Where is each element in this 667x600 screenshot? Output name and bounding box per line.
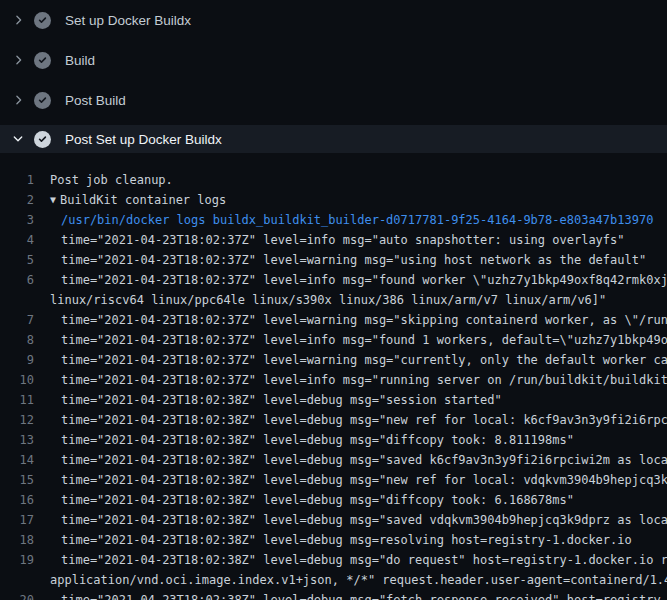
check-circle-icon [34, 92, 51, 109]
log-row: 15time="2021-04-23T18:02:38Z" level=debu… [0, 470, 667, 490]
log-text: linux/riscv64 linux/ppc64le linux/s390x … [34, 293, 606, 307]
log-text: time="2021-04-23T18:02:38Z" level=debug … [34, 413, 667, 427]
log-row: 14time="2021-04-23T18:02:38Z" level=debu… [0, 450, 667, 470]
line-number[interactable]: 5 [0, 250, 34, 270]
line-number[interactable]: 4 [0, 230, 34, 250]
log-row: 8time="2021-04-23T18:02:37Z" level=info … [0, 330, 667, 350]
step-header[interactable]: Build [0, 40, 667, 80]
log-row: 9time="2021-04-23T18:02:37Z" level=warni… [0, 350, 667, 370]
log-text: application/vnd.oci.image.index.v1+json,… [34, 573, 667, 587]
log-text: time="2021-04-23T18:02:38Z" level=debug … [34, 453, 667, 467]
log-row: 16time="2021-04-23T18:02:38Z" level=debu… [0, 490, 667, 510]
step-header[interactable]: Post Build [0, 80, 667, 120]
log-row: 18time="2021-04-23T18:02:38Z" level=debu… [0, 530, 667, 550]
log-text: time="2021-04-23T18:02:38Z" level=debug … [34, 593, 667, 600]
log-row: linux/riscv64 linux/ppc64le linux/s390x … [0, 290, 667, 310]
step-label: Set up Docker Buildx [65, 13, 191, 28]
line-number[interactable]: 10 [0, 370, 34, 390]
line-number[interactable]: 7 [0, 310, 34, 330]
chevron-right-icon[interactable] [11, 93, 25, 107]
line-number[interactable]: 3 [0, 210, 34, 230]
log-row: 17time="2021-04-23T18:02:38Z" level=debu… [0, 510, 667, 530]
log-text: time="2021-04-23T18:02:37Z" level=info m… [34, 273, 667, 287]
log-text: time="2021-04-23T18:02:37Z" level=warnin… [34, 253, 646, 267]
log-row: 20time="2021-04-23T18:02:38Z" level=debu… [0, 590, 667, 600]
line-number[interactable]: 18 [0, 530, 34, 550]
line-number[interactable]: 8 [0, 330, 34, 350]
line-number[interactable]: 17 [0, 510, 34, 530]
step-label: Post Build [65, 93, 126, 108]
log-text: Post job cleanup. [34, 173, 173, 187]
log-row: 1Post job cleanup. [0, 170, 667, 190]
log-row: 3/usr/bin/docker logs buildx_buildkit_bu… [0, 210, 667, 230]
log-output: 1Post job cleanup. 2▼BuildKit container … [0, 153, 667, 600]
line-number[interactable]: 11 [0, 390, 34, 410]
actions-log-viewer: Set up Docker Buildx Build [0, 0, 667, 600]
log-row: 4time="2021-04-23T18:02:37Z" level=info … [0, 230, 667, 250]
log-text: time="2021-04-23T18:02:37Z" level=info m… [34, 333, 667, 347]
line-number[interactable]: 2 [0, 190, 34, 210]
log-row: 7time="2021-04-23T18:02:37Z" level=warni… [0, 310, 667, 330]
log-row: 10time="2021-04-23T18:02:37Z" level=info… [0, 370, 667, 390]
log-row: 5time="2021-04-23T18:02:37Z" level=warni… [0, 250, 667, 270]
log-text: time="2021-04-23T18:02:38Z" level=debug … [34, 553, 667, 567]
log-text: time="2021-04-23T18:02:37Z" level=warnin… [34, 313, 667, 327]
check-circle-icon [34, 12, 51, 29]
steps-list: Set up Docker Buildx Build [0, 0, 667, 153]
chevron-right-icon[interactable] [11, 13, 25, 27]
log-row: 2▼BuildKit container logs [0, 190, 667, 210]
chevron-down-icon[interactable] [11, 132, 25, 146]
line-number[interactable]: 14 [0, 450, 34, 470]
step-label: Post Set up Docker Buildx [65, 132, 222, 147]
line-number[interactable]: 9 [0, 350, 34, 370]
step-header[interactable]: Set up Docker Buildx [0, 0, 667, 40]
line-number[interactable]: 13 [0, 430, 34, 450]
log-text: time="2021-04-23T18:02:38Z" level=debug … [34, 393, 502, 407]
log-text: time="2021-04-23T18:02:38Z" level=debug … [34, 513, 667, 527]
line-number[interactable]: 15 [0, 470, 34, 490]
line-number[interactable]: 19 [0, 550, 34, 570]
log-row: 19time="2021-04-23T18:02:38Z" level=debu… [0, 550, 667, 570]
log-text: /usr/bin/docker logs buildx_buildkit_bui… [34, 213, 653, 227]
line-number[interactable]: 16 [0, 490, 34, 510]
line-number[interactable]: 6 [0, 270, 34, 290]
check-circle-icon [34, 52, 51, 69]
log-row: application/vnd.oci.image.index.v1+json,… [0, 570, 667, 590]
log-text: time="2021-04-23T18:02:38Z" level=debug … [34, 493, 574, 507]
step-label: Build [65, 53, 95, 68]
chevron-right-icon[interactable] [11, 53, 25, 67]
log-text: time="2021-04-23T18:02:38Z" level=debug … [34, 433, 574, 447]
log-text: time="2021-04-23T18:02:38Z" level=debug … [34, 473, 667, 487]
log-text: time="2021-04-23T18:02:38Z" level=debug … [34, 533, 632, 547]
step-header[interactable]: Post Set up Docker Buildx [0, 125, 667, 153]
log-row: 11time="2021-04-23T18:02:38Z" level=debu… [0, 390, 667, 410]
log-text: time="2021-04-23T18:02:37Z" level=info m… [34, 373, 667, 387]
line-number[interactable]: 12 [0, 410, 34, 430]
check-circle-icon [34, 131, 51, 148]
log-row: 12time="2021-04-23T18:02:38Z" level=debu… [0, 410, 667, 430]
log-row: 13time="2021-04-23T18:02:38Z" level=debu… [0, 430, 667, 450]
log-group-toggle-icon[interactable]: ▼ [34, 194, 56, 205]
line-number[interactable]: 20 [0, 590, 34, 600]
log-text: time="2021-04-23T18:02:37Z" level=info m… [34, 233, 625, 247]
log-row: 6time="2021-04-23T18:02:37Z" level=info … [0, 270, 667, 290]
log-text: BuildKit container logs [56, 193, 226, 207]
log-text: time="2021-04-23T18:02:37Z" level=warnin… [34, 353, 667, 367]
line-number[interactable]: 1 [0, 170, 34, 190]
